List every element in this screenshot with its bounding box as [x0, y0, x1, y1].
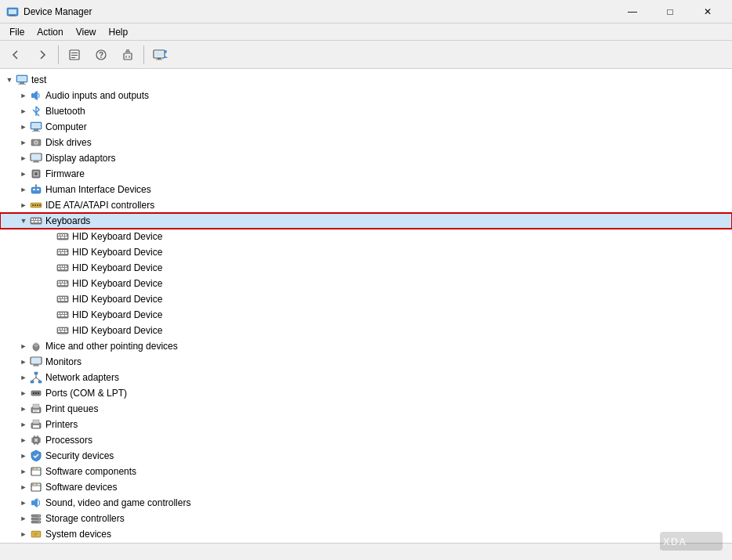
expand-icon-system[interactable]: ► — [17, 528, 30, 540]
expand-icon-printq[interactable]: ► — [17, 403, 30, 415]
tree-item-firmware[interactable]: ►Firmware — [0, 166, 732, 182]
tree-item-storage[interactable]: ►Storage controllers — [0, 511, 732, 526]
expand-icon-sound[interactable]: ► — [17, 497, 30, 509]
root-expand-icon[interactable]: ▼ — [3, 74, 16, 86]
svg-rect-104 — [61, 315, 64, 316]
expand-icon-displayadaptors[interactable]: ► — [17, 152, 30, 164]
tree-item-kb2[interactable]: HID Keyboard Device — [0, 244, 732, 260]
svg-rect-91 — [58, 297, 60, 298]
item-label-sound: Sound, video and game controllers — [45, 497, 190, 508]
ide-icon — [30, 199, 42, 211]
tree-item-kb3[interactable]: HID Keyboard Device — [0, 260, 732, 276]
firmware-icon — [30, 168, 42, 180]
keyboards-icon — [30, 215, 42, 227]
storage-icon — [30, 512, 42, 525]
menu-view[interactable]: View — [70, 25, 103, 39]
expand-icon-printers[interactable]: ► — [17, 418, 30, 431]
tree-item-computer[interactable]: ►Computer — [0, 119, 732, 135]
svg-point-158 — [32, 484, 34, 486]
keyboard-icon — [56, 309, 69, 321]
expand-icon-bluetooth[interactable]: ► — [17, 105, 30, 117]
toolbar-properties-button[interactable] — [62, 44, 87, 66]
item-label-kb5: HID Keyboard Device — [72, 294, 162, 305]
tree-item-software[interactable]: ►Software components — [0, 464, 732, 479]
tree-item-displayadaptors[interactable]: ►Display adaptors — [0, 150, 732, 166]
expand-icon-ide[interactable]: ► — [17, 199, 30, 211]
computer-icon — [16, 74, 28, 86]
tree-item-kb6[interactable]: HID Keyboard Device — [0, 307, 732, 323]
tree-item-softwaredev[interactable]: ►Software devices — [0, 479, 732, 495]
menu-help[interactable]: Help — [103, 25, 135, 39]
tree-item-mice[interactable]: ►Mice and other pointing devices — [0, 338, 732, 354]
tree-root[interactable]: ▼ test — [0, 72, 732, 88]
toolbar-monitor-button[interactable] — [147, 44, 172, 66]
expand-icon-firmware[interactable]: ► — [17, 168, 30, 180]
expand-icon-softwaredev[interactable]: ► — [17, 481, 30, 493]
item-label-audio: Audio inputs and outputs — [45, 90, 149, 101]
item-label-firmware: Firmware — [45, 168, 85, 179]
keyboard-icon — [56, 293, 69, 305]
expand-icon-monitors[interactable]: ► — [17, 356, 30, 368]
tree-item-audio[interactable]: ►Audio inputs and outputs — [0, 88, 732, 103]
expand-icon-storage[interactable]: ► — [17, 512, 30, 525]
maximize-button[interactable]: □ — [652, 0, 688, 23]
tree-item-ide[interactable]: ►IDE ATA/ATAPI controllers — [0, 197, 732, 213]
svg-rect-95 — [58, 299, 60, 301]
close-button[interactable]: ✕ — [690, 0, 726, 23]
security-icon — [30, 450, 42, 462]
svg-rect-77 — [63, 266, 64, 267]
svg-rect-57 — [38, 221, 41, 222]
tree-item-kb5[interactable]: HID Keyboard Device — [0, 291, 732, 307]
tree-item-kb7[interactable]: HID Keyboard Device — [0, 323, 732, 338]
tree-item-security[interactable]: ►Security devices — [0, 448, 732, 464]
svg-rect-16 — [155, 52, 163, 56]
item-label-computer: Computer — [45, 121, 87, 132]
tree-item-ports[interactable]: ►Ports (COM & LPT) — [0, 385, 732, 401]
menu-file[interactable]: File — [3, 25, 31, 39]
tree-item-bluetooth[interactable]: ►Bluetooth — [0, 103, 732, 119]
item-label-system: System devices — [45, 529, 111, 540]
svg-rect-55 — [31, 221, 34, 222]
svg-rect-69 — [63, 250, 64, 251]
expand-icon-network[interactable]: ► — [17, 371, 30, 384]
expand-icon-keyboards[interactable]: ▼ — [17, 215, 30, 227]
tree-item-sound[interactable]: ►Sound, video and game controllers — [0, 495, 732, 511]
svg-rect-128 — [33, 392, 34, 394]
svg-rect-100 — [60, 313, 62, 314]
tree-item-system[interactable]: ►System devices — [0, 526, 732, 542]
tree-item-kb1[interactable]: HID Keyboard Device — [0, 229, 732, 244]
svg-rect-130 — [38, 392, 39, 394]
keyboard-icon — [56, 230, 69, 243]
toolbar-back-button[interactable] — [3, 44, 28, 66]
tree-item-hid[interactable]: ►Human Interface Devices — [0, 182, 732, 197]
tree-item-printq[interactable]: ►Print queues — [0, 401, 732, 417]
svg-point-48 — [37, 204, 38, 206]
expand-icon-diskdrives[interactable]: ► — [17, 136, 30, 149]
tree-item-kb4[interactable]: HID Keyboard Device — [0, 276, 732, 291]
svg-rect-59 — [58, 234, 60, 236]
monitor-icon — [30, 356, 42, 368]
expand-icon-computer[interactable]: ► — [17, 121, 30, 133]
expand-icon-audio[interactable]: ► — [17, 89, 30, 102]
expand-icon-security[interactable]: ► — [17, 450, 30, 462]
toolbar-forward-button[interactable] — [30, 44, 55, 66]
tree-item-keyboards[interactable]: ▼Keyboards — [0, 213, 732, 229]
tree-item-diskdrives[interactable]: ►Disk drives — [0, 135, 732, 150]
expand-icon-software[interactable]: ► — [17, 465, 30, 478]
menu-action[interactable]: Action — [31, 25, 69, 39]
device-tree[interactable]: ▼ test ►Audio inputs and outputs►Bluetoo… — [0, 69, 732, 543]
tree-item-monitors[interactable]: ►Monitors — [0, 354, 732, 370]
expand-icon-mice[interactable]: ► — [17, 340, 30, 352]
toolbar-help-button[interactable]: ? — [89, 44, 114, 66]
expand-icon-ports[interactable]: ► — [17, 387, 30, 399]
tree-item-printers[interactable]: ►Printers — [0, 417, 732, 432]
tree-item-network[interactable]: ►Network adapters — [0, 370, 732, 385]
toolbar-uninstall-button[interactable] — [115, 44, 140, 66]
expand-icon-hid[interactable]: ► — [17, 183, 30, 196]
expand-icon-processors[interactable]: ► — [17, 434, 30, 446]
network-icon — [30, 371, 42, 384]
minimize-button[interactable]: — — [614, 0, 650, 23]
tree-item-processors[interactable]: ►Processors — [0, 432, 732, 448]
item-label-software: Software components — [45, 466, 136, 477]
computer-icon — [30, 121, 42, 133]
